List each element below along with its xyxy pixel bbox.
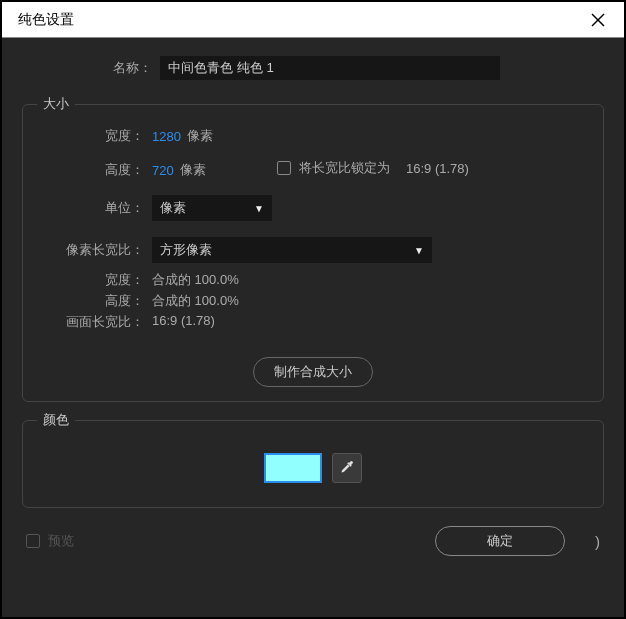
height-label: 高度： bbox=[37, 161, 152, 179]
name-input[interactable] bbox=[160, 56, 500, 80]
title-bar: 纯色设置 bbox=[2, 2, 624, 38]
lock-aspect-checkbox[interactable]: 将长宽比锁定为 16:9 (1.78) bbox=[277, 159, 469, 177]
close-paren-text: ) bbox=[595, 533, 600, 550]
size-group-title: 大小 bbox=[37, 95, 75, 113]
frame-aspect-value: 16:9 (1.78) bbox=[152, 313, 215, 331]
unit-select[interactable]: 像素 ▼ bbox=[152, 195, 272, 221]
par-label: 像素长宽比： bbox=[37, 241, 152, 259]
lock-aspect-ratio: 16:9 (1.78) bbox=[406, 161, 469, 176]
par-select[interactable]: 方形像素 ▼ bbox=[152, 237, 432, 263]
preview-label: 预览 bbox=[48, 532, 74, 550]
ok-button[interactable]: 确定 bbox=[435, 526, 565, 556]
checkbox-icon bbox=[277, 161, 291, 175]
solid-settings-dialog: 纯色设置 名称： 大小 宽度： 1280 像素 高度： 72 bbox=[0, 0, 626, 619]
color-swatch[interactable] bbox=[264, 453, 322, 483]
width-label: 宽度： bbox=[37, 127, 152, 145]
unit-select-value: 像素 bbox=[160, 199, 186, 217]
lock-aspect-label: 将长宽比锁定为 bbox=[299, 159, 390, 177]
name-label: 名称： bbox=[22, 59, 160, 77]
close-icon[interactable] bbox=[588, 10, 608, 30]
height-value[interactable]: 720 bbox=[152, 163, 174, 178]
frame-aspect-label: 画面长宽比： bbox=[37, 313, 152, 331]
eyedropper-button[interactable] bbox=[332, 453, 362, 483]
name-row: 名称： bbox=[22, 56, 604, 80]
color-group-title: 颜色 bbox=[37, 411, 75, 429]
color-group: 颜色 bbox=[22, 420, 604, 508]
size-group: 大小 宽度： 1280 像素 高度： 720 像素 单位： bbox=[22, 104, 604, 402]
width-unit: 像素 bbox=[187, 127, 213, 145]
make-comp-size-button[interactable]: 制作合成大小 bbox=[253, 357, 373, 387]
unit-label: 单位： bbox=[37, 199, 152, 217]
info-height-value: 合成的 100.0% bbox=[152, 292, 239, 310]
info-width-label: 宽度： bbox=[37, 271, 152, 289]
par-select-value: 方形像素 bbox=[160, 241, 212, 259]
width-value[interactable]: 1280 bbox=[152, 129, 181, 144]
dialog-title: 纯色设置 bbox=[18, 11, 74, 29]
height-unit: 像素 bbox=[180, 161, 206, 179]
chevron-down-icon: ▼ bbox=[414, 245, 424, 256]
eyedropper-icon bbox=[339, 459, 355, 478]
info-width-value: 合成的 100.0% bbox=[152, 271, 239, 289]
dialog-content: 名称： 大小 宽度： 1280 像素 高度： 720 像素 bbox=[2, 38, 624, 574]
chevron-down-icon: ▼ bbox=[254, 203, 264, 214]
checkbox-icon bbox=[26, 534, 40, 548]
info-height-label: 高度： bbox=[37, 292, 152, 310]
preview-checkbox[interactable]: 预览 bbox=[26, 532, 74, 550]
